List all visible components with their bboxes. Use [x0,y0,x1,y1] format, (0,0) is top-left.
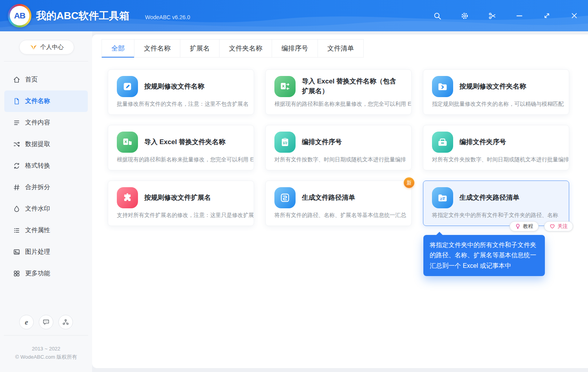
search-icon[interactable] [433,11,441,20]
sidebar-item-data-extract[interactable]: 数据提取 [4,134,88,155]
card-description: 批量修改所有文件的文件名，注意：这里不包含扩展名 [117,101,254,108]
feature-cards-grid: 按规则修改文件名称 批量修改所有文件的文件名，注意：这里不包含扩展名 X 导入 … [92,58,588,226]
sidebar: 个人中心 首页 文件名称 文件内容 数据提取 格式转换 合并拆分 文 [0,31,92,372]
card-generate-file-path-list[interactable]: 新 生成文件路径清单 将所有文件的路径、名称、扩展名等基本信息统一汇总 [265,181,412,226]
file-path-list-icon [274,187,296,208]
close-icon[interactable] [570,11,579,20]
svg-text:X: X [124,140,127,144]
card-import-excel-replace-folder-names[interactable]: X 导入 Excel 替换文件夹名称 根据现有的路径和新名称来批量修改，您完全可… [108,125,254,170]
card-description: 根据现有的路径和新名称来批量修改，您完全可以利用 Excel [274,101,411,108]
sidebar-item-format-convert[interactable]: 格式转换 [4,155,88,177]
folder-number-icon [432,132,453,153]
card-title: 按规则修改文件名称 [144,82,204,92]
copyright-years: 2013 ~ 2022 [0,345,92,353]
svg-text:2: 2 [440,197,442,201]
app-logo-text: AB [10,6,29,25]
titlebar-actions [433,0,579,31]
card-rename-files-by-rule[interactable]: 按规则修改文件名称 批量修改所有文件的文件名，注意：这里不包含扩展名 [108,69,254,115]
sidebar-item-label: 图片处理 [25,248,50,256]
card-description: 指定规则批量修改文件夹的名称，可以精确与模糊匹配 [432,101,569,108]
tutorial-button-label: 教程 [523,223,533,230]
new-badge: 新 [404,177,414,188]
minimize-icon[interactable] [515,11,524,20]
grid-icon [13,270,20,277]
main-panel: 全部 文件名称 扩展名 文件夹名称 编排序号 文件清单 按规则修改文件名称 批量… [92,34,588,368]
tab-all[interactable]: 全部 [102,39,134,58]
hash-icon [13,184,20,191]
chat-icon[interactable] [39,315,53,329]
follow-button-label: 关注 [557,223,568,230]
card-title: 生成文件路径清单 [302,193,355,203]
tab-file-list[interactable]: 文件清单 [318,39,364,58]
category-tabs: 全部 文件名称 扩展名 文件夹名称 编排序号 文件清单 [92,34,588,58]
sidebar-item-label: 文件内容 [25,119,50,127]
sidebar-item-label: 合并拆分 [25,183,50,191]
scissors-icon[interactable] [488,11,496,20]
personal-center-label: 个人中心 [40,43,64,51]
water-drop-icon [13,205,20,213]
tab-folder-name[interactable]: 文件夹名称 [219,39,272,58]
sidebar-item-home[interactable]: 首页 [4,69,88,90]
convert-cycle-icon [13,162,20,170]
edit-file-icon [117,76,138,97]
list-icon [13,227,20,234]
sidebar-item-more-features[interactable]: 更多功能 [4,263,88,284]
titlebar: AB 我的ABC软件工具箱 WodeABC v6.26.0 [0,0,588,31]
sidebar-item-file-attributes[interactable]: 文件属性 [4,220,88,241]
folder-path-list-icon: 2 [432,187,453,208]
shuffle-arrows-icon [13,141,20,148]
heart-icon [550,224,555,229]
selected-card-actions: 教程 关注 [510,221,573,231]
sidebar-item-label: 更多功能 [25,269,50,278]
share-network-icon[interactable] [58,315,73,329]
image-icon [13,248,20,256]
card-generate-folder-path-list[interactable]: 2 生成文件夹路径清单 将指定文件夹中的所有文件和子文件夹的路径、名称 [423,181,569,226]
sidebar-tools: e [0,315,92,329]
card-modify-file-extensions[interactable]: 按规则修改文件扩展名 支持对所有文件扩展名的修改，注意：这里只是修改扩展名 [108,181,254,226]
card-description: 将所有文件的路径、名称、扩展名等基本信息统一汇总 [274,212,411,219]
sidebar-item-image-processing[interactable]: 图片处理 [4,241,88,263]
settings-gear-icon[interactable] [460,11,469,20]
sidebar-item-label: 格式转换 [25,162,50,170]
app-version: WodeABC v6.26.0 [145,14,190,20]
excel-folder-swap-icon: X [117,132,138,153]
card-rename-folders-by-rule[interactable]: 按规则修改文件夹名称 指定规则批量修改文件夹的名称，可以精确与模糊匹配 [423,69,569,115]
card-import-excel-replace-file-names[interactable]: X 导入 Excel 替换文件名称（包含扩展名） 根据现有的路径和新名称来批量修… [265,69,412,115]
personal-center-button[interactable]: 个人中心 [19,40,74,54]
tab-serial-number[interactable]: 编排序号 [272,39,318,58]
folder-edit-icon [432,76,453,97]
tutorial-button[interactable]: 教程 [510,221,539,231]
sidebar-item-merge-split[interactable]: 合并拆分 [4,177,88,198]
card-number-folders[interactable]: 编排文件夹序号 对所有文件夹按数字、时间日期或随机文本进行批量编排 [423,125,569,170]
app-logo: AB [8,4,31,27]
file-icon [13,98,20,105]
sidebar-item-label: 文件名称 [25,97,50,105]
sidebar-item-file-name[interactable]: 文件名称 [4,90,88,112]
sidebar-item-watermark[interactable]: 文件水印 [4,198,88,220]
puzzle-extension-icon [117,187,138,208]
sidebar-item-label: 首页 [25,76,38,84]
copyright-text: © WodeABC.com 版权所有 [0,353,92,361]
card-description: 根据现有的路径和新名称来批量修改，您完全可以利用 Excel [117,156,254,163]
clipboard-number-icon: 1/2 [274,132,296,153]
svg-text:1/2: 1/2 [283,141,287,145]
sidebar-footer: 2013 ~ 2022 © WodeABC.com 版权所有 [0,345,92,361]
tab-file-name[interactable]: 文件名称 [134,39,180,58]
sidebar-item-label: 文件属性 [25,226,50,235]
text-lines-icon [13,119,20,126]
card-description: 对所有文件夹按数字、时间日期或随机文本进行批量编排 [432,156,569,163]
follow-button[interactable]: 关注 [544,221,573,231]
ie-browser-icon[interactable]: e [19,315,34,329]
maximize-resize-icon[interactable] [543,11,551,20]
card-description: 对所有文件按数字、时间日期或随机文本进行批量编排 [274,156,411,163]
tab-extension[interactable]: 扩展名 [180,39,220,58]
card-title: 导入 Excel 替换文件名称（包含扩展名） [302,77,403,96]
card-title: 按规则修改文件夹名称 [459,82,526,92]
sidebar-item-file-content[interactable]: 文件内容 [4,112,88,134]
card-description: 支持对所有文件扩展名的修改，注意：这里只是修改扩展名 [117,212,254,219]
sidebar-divider-bottom [4,335,88,336]
card-number-files[interactable]: 1/2 编排文件序号 对所有文件按数字、时间日期或随机文本进行批量编排 [265,125,412,170]
svg-text:X: X [282,84,285,88]
excel-swap-icon: X [274,76,296,97]
sidebar-item-label: 文件水印 [25,205,50,213]
